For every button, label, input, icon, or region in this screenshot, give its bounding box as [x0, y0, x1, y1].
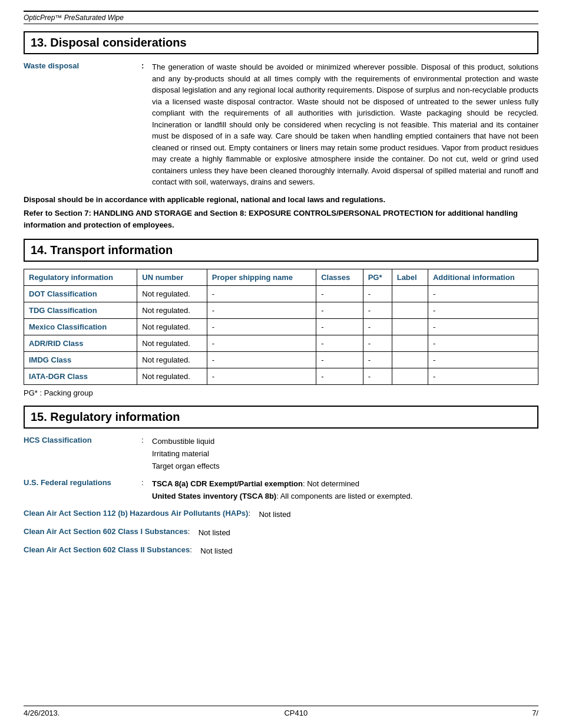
- transport-data-cell: -: [316, 335, 363, 352]
- transport-data-cell: Not regulated.: [137, 302, 207, 319]
- transport-data-cell: -: [207, 286, 316, 302]
- transport-regulatory-cell: IMDG Class: [24, 352, 137, 368]
- table-row: IMDG ClassNot regulated.----: [24, 352, 538, 368]
- transport-data-cell: [392, 319, 428, 335]
- transport-data-cell: Not regulated.: [137, 319, 207, 335]
- transport-data-cell: Not regulated.: [137, 286, 207, 302]
- table-row: Mexico ClassificationNot regulated.----: [24, 319, 538, 335]
- transport-data-cell: -: [363, 335, 392, 352]
- waste-disposal-row: Waste disposal : The generation of waste…: [24, 61, 538, 188]
- us-federal-label: U.S. Federal regulations: [24, 478, 141, 503]
- hcs-label: HCS Classification: [24, 436, 141, 472]
- transport-regulatory-cell: ADR/RID Class: [24, 335, 137, 352]
- table-row: ADR/RID ClassNot regulated.----: [24, 335, 538, 352]
- clean-air-602a-label: Clean Air Act Section 602 Class I Substa…: [24, 527, 188, 539]
- table-row: TDG ClassificationNot regulated.----: [24, 302, 538, 319]
- transport-data-cell: [392, 302, 428, 319]
- transport-data-cell: [392, 286, 428, 302]
- col-header-shipping: Proper shipping name: [207, 269, 316, 286]
- packing-note: PG* : Packing group: [24, 388, 538, 397]
- clean-air-602b-colon: :: [190, 545, 200, 558]
- transport-regulatory-cell: Mexico Classification: [24, 319, 137, 335]
- clean-air-112-label: Clean Air Act Section 112 (b) Hazardous …: [24, 509, 248, 521]
- disposal-note2: Refer to Section 7: HANDLING AND STORAGE…: [24, 207, 538, 230]
- waste-disposal-label: Waste disposal: [24, 61, 141, 188]
- transport-regulatory-cell: DOT Classification: [24, 286, 137, 302]
- col-header-regulatory: Regulatory information: [24, 269, 137, 286]
- transport-data-cell: -: [316, 319, 363, 335]
- table-row: DOT ClassificationNot regulated.----: [24, 286, 538, 302]
- col-header-classes: Classes: [316, 269, 363, 286]
- col-header-un: UN number: [137, 269, 207, 286]
- col-header-label: Label: [392, 269, 428, 286]
- hcs-colon: :: [141, 436, 152, 472]
- clean-air-602b-row: Clean Air Act Section 602 Class II Subst…: [24, 545, 538, 558]
- transport-data-cell: -: [207, 335, 316, 352]
- footer-page: 7/: [532, 709, 538, 717]
- clean-air-112-row: Clean Air Act Section 112 (b) Hazardous …: [24, 509, 538, 521]
- clean-air-602b-value: Not listed: [200, 545, 538, 558]
- transport-data-cell: -: [428, 302, 538, 319]
- transport-data-cell: -: [428, 352, 538, 368]
- clean-air-112-value: Not listed: [259, 509, 538, 521]
- us-federal-row: U.S. Federal regulations : TSCA 8(a) CDR…: [24, 478, 538, 503]
- footer-date: 4/26/2013.: [24, 709, 59, 717]
- transport-data-cell: -: [428, 286, 538, 302]
- transport-data-cell: [392, 352, 428, 368]
- page: OpticPrep™ PreSaturated Wipe 13. Disposa…: [0, 0, 562, 728]
- product-name-text: OpticPrep™ PreSaturated Wipe: [24, 14, 124, 22]
- col-header-additional: Additional information: [428, 269, 538, 286]
- transport-data-cell: -: [207, 319, 316, 335]
- transport-data-cell: Not regulated.: [137, 368, 207, 385]
- transport-data-cell: -: [428, 319, 538, 335]
- transport-data-cell: Not regulated.: [137, 335, 207, 352]
- transport-data-cell: -: [207, 302, 316, 319]
- clean-air-602a-colon: :: [188, 527, 199, 539]
- transport-table: Regulatory information UN number Proper …: [24, 269, 538, 385]
- transport-regulatory-cell: TDG Classification: [24, 302, 137, 319]
- hcs-row: HCS Classification : Combustible liquid …: [24, 436, 538, 472]
- header-product-name: OpticPrep™ PreSaturated Wipe: [24, 11, 538, 24]
- transport-data-cell: -: [207, 368, 316, 385]
- section13-title: 13. Disposal considerations: [24, 31, 538, 54]
- transport-data-cell: -: [316, 286, 363, 302]
- transport-data-cell: [392, 335, 428, 352]
- transport-data-cell: -: [363, 286, 392, 302]
- clean-air-602a-row: Clean Air Act Section 602 Class I Substa…: [24, 527, 538, 539]
- disposal-note1: Disposal should be in accordance with ap…: [24, 194, 538, 206]
- hcs-value: Combustible liquid Irritating material T…: [152, 436, 538, 472]
- table-row: IATA-DGR ClassNot regulated.----: [24, 368, 538, 385]
- transport-data-cell: -: [316, 352, 363, 368]
- transport-data-cell: -: [363, 302, 392, 319]
- col-header-pg: PG*: [363, 269, 392, 286]
- footer: 4/26/2013. CP410 7/: [24, 706, 538, 717]
- transport-data-cell: -: [316, 302, 363, 319]
- transport-data-cell: -: [428, 368, 538, 385]
- section15-title: 15. Regulatory information: [24, 406, 538, 429]
- clean-air-602a-value: Not listed: [199, 527, 538, 539]
- clean-air-602b-label: Clean Air Act Section 602 Class II Subst…: [24, 545, 190, 558]
- clean-air-112-colon: :: [248, 509, 259, 521]
- transport-data-cell: -: [316, 368, 363, 385]
- waste-disposal-text: The generation of waste should be avoide…: [152, 61, 538, 188]
- transport-data-cell: [392, 368, 428, 385]
- waste-disposal-colon: :: [141, 61, 152, 188]
- transport-data-cell: Not regulated.: [137, 352, 207, 368]
- us-federal-colon: :: [141, 478, 152, 503]
- transport-data-cell: -: [363, 319, 392, 335]
- footer-doc-id: CP410: [284, 709, 308, 717]
- transport-data-cell: -: [428, 335, 538, 352]
- transport-regulatory-cell: IATA-DGR Class: [24, 368, 137, 385]
- us-federal-value: TSCA 8(a) CDR Exempt/Partial exemption: …: [152, 478, 538, 503]
- transport-data-cell: -: [207, 352, 316, 368]
- transport-data-cell: -: [363, 368, 392, 385]
- section14-title: 14. Transport information: [24, 239, 538, 262]
- transport-data-cell: -: [363, 352, 392, 368]
